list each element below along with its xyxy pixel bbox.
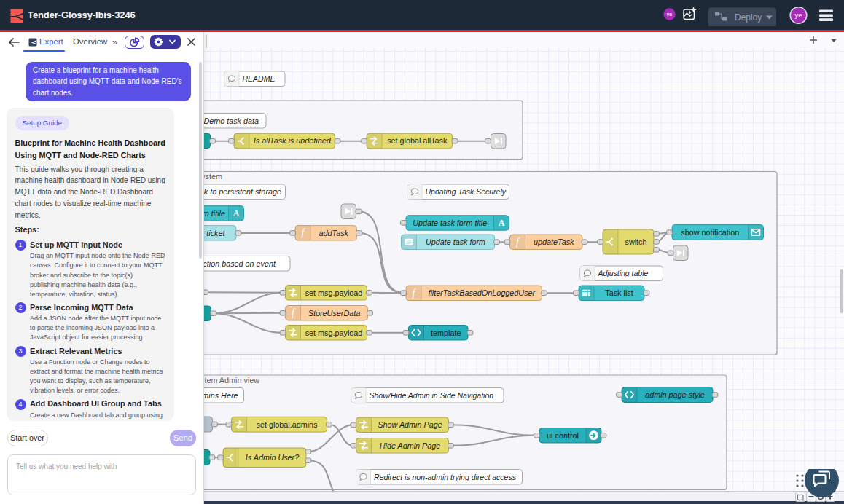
svg-text:Add Your Admins Here: Add Your Admins Here (204, 391, 238, 400)
svg-text:Demo task data: Demo task data (204, 117, 259, 125)
svg-text:StoreUserData: StoreUserData (308, 309, 360, 318)
svg-text:A: A (499, 218, 505, 228)
svg-text:updateTask: updateTask (534, 237, 574, 246)
svg-text:ye: ye (667, 12, 673, 17)
svg-text:Update task form title: Update task form title (413, 218, 487, 227)
svg-text:set msg.payload: set msg.payload (305, 328, 363, 337)
svg-text:Save task to persistent storag: Save task to persistent storage (204, 187, 281, 196)
svg-text:Hide Admin Page: Hide Admin Page (380, 441, 441, 450)
svg-text:set msg.payload: set msg.payload (305, 288, 363, 297)
svg-text:task form titile: task form titile (204, 209, 225, 218)
svg-text:Perform action based on event: Perform action based on event (204, 259, 276, 268)
svg-text:addTask: addTask (319, 229, 349, 237)
svg-text:Updating Task Securely: Updating Task Securely (426, 187, 507, 196)
svg-text:Update task form: Update task form (426, 237, 485, 246)
svg-text:set global.allTask: set global.allTask (387, 136, 448, 145)
svg-text:Show Admin Page: Show Admin Page (378, 420, 442, 429)
svg-text:Task management system: Task management system (204, 172, 222, 181)
svg-text:ye: ye (794, 11, 802, 19)
svg-text:Task list: Task list (605, 288, 633, 297)
svg-text:Show/Hide Admin in Side Naviga: Show/Hide Admin in Side Navigation (370, 391, 494, 400)
svg-text:Create ticket: Create ticket (204, 229, 225, 237)
svg-text:Deploy: Deploy (735, 12, 762, 23)
svg-text:Task management system Admin v: Task management system Admin view (204, 376, 259, 385)
svg-text:ui control: ui control (547, 431, 579, 440)
svg-text:filterTaskBasedOnLoggedUser: filterTaskBasedOnLoggedUser (428, 288, 535, 297)
svg-text:Is allTask is undefined: Is allTask is undefined (254, 136, 332, 145)
svg-text:README: README (243, 74, 276, 83)
svg-text:Is Admin User?: Is Admin User? (246, 453, 299, 462)
svg-text:switch: switch (625, 237, 647, 246)
svg-text:set global.admins: set global.admins (256, 420, 318, 429)
svg-text:template: template (431, 328, 461, 337)
svg-text:Redirect is non-admin trying d: Redirect is non-admin trying direct acce… (374, 473, 517, 481)
svg-text:A: A (233, 208, 240, 218)
svg-text:show notification: show notification (681, 228, 739, 237)
svg-text:Adjusting table: Adjusting table (598, 269, 649, 277)
svg-text:admin page style: admin page style (645, 390, 705, 399)
